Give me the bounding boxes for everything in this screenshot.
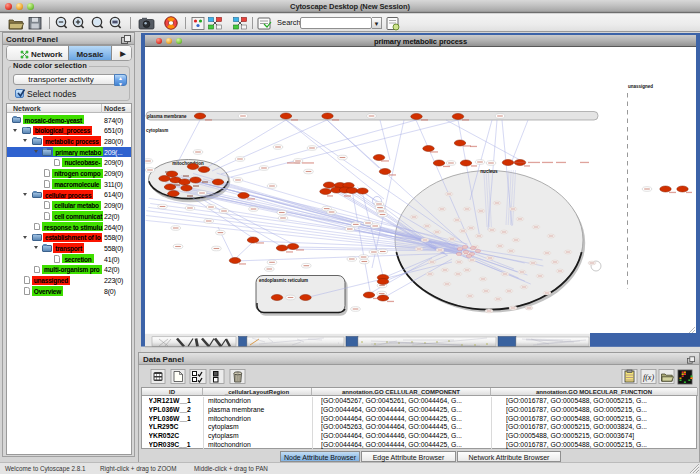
svg-text:f(x): f(x) (643, 373, 654, 382)
svg-text:nucleus: nucleus (480, 169, 498, 174)
svg-text:unassigned: unassigned (628, 84, 653, 89)
svg-text:endoplasmic reticulum: endoplasmic reticulum (259, 278, 308, 283)
svg-text:cytoplasm: cytoplasm (146, 128, 168, 133)
svg-text:plasma membrane: plasma membrane (147, 114, 187, 119)
